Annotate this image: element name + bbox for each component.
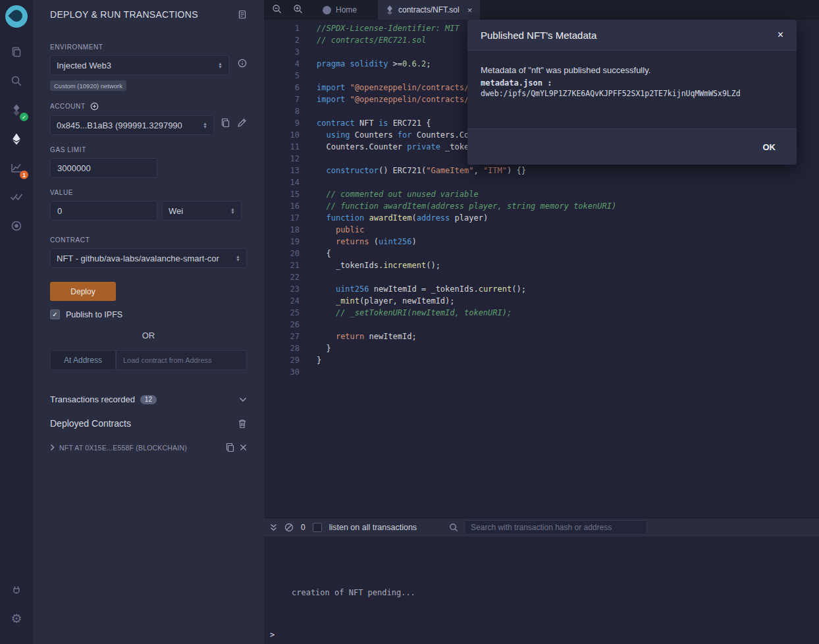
unit-testing-icon[interactable]	[7, 187, 26, 207]
value-label: VALUE	[50, 189, 247, 196]
remix-logo-icon[interactable]	[5, 5, 28, 28]
modal-title: Published NFT's Metadata	[481, 30, 596, 41]
zoom-out-icon[interactable]	[272, 4, 282, 16]
environment-label: ENVIRONMENT	[50, 43, 247, 51]
copy-account-icon[interactable]	[221, 118, 230, 128]
code-line: 21 _tokenIds.increment();	[264, 259, 819, 271]
notification-badge: 1	[20, 171, 28, 179]
code-line: 28 }	[264, 342, 819, 354]
at-address-input[interactable]	[116, 350, 247, 370]
network-badge: Custom (10920) network	[50, 80, 126, 91]
sign-message-icon[interactable]	[237, 118, 247, 128]
settings-gear-icon[interactable]: ⚙	[7, 608, 26, 628]
copy-contract-icon[interactable]	[225, 443, 235, 452]
analytics-icon[interactable]: 1	[7, 158, 26, 178]
contract-label: CONTRACT	[50, 236, 247, 244]
metadata-filename: metadata.json :	[481, 78, 783, 88]
gas-limit-label: GAS LIMIT	[50, 146, 247, 153]
remove-contract-icon[interactable]	[240, 444, 247, 451]
terminal-search-icon	[449, 523, 458, 532]
or-label: OR	[50, 331, 247, 340]
panel-title: DEPLOY & RUN TRANSACTIONS	[50, 9, 198, 20]
code-line: 19 returns (uint256)	[264, 236, 819, 248]
terminal-toolbar: 0 ✓ listen on all transactions	[264, 518, 819, 537]
code-line: 13 constructor() ERC721("GameItem", "ITM…	[264, 165, 819, 176]
select-arrows-icon: ▲▼	[230, 207, 235, 214]
ok-button[interactable]: OK	[759, 142, 780, 153]
terminal: 0 ✓ listen on all transactions creation …	[264, 518, 819, 644]
account-select[interactable]: 0x845...B1aB3 (999991.3297990 ▲▼	[50, 115, 214, 135]
trash-icon[interactable]	[238, 419, 247, 429]
code-line: 30	[264, 366, 819, 378]
code-line: 29}	[264, 354, 819, 366]
compile-success-badge: ✓	[20, 113, 28, 121]
environment-select[interactable]: Injected Web3 ▲▼	[50, 55, 229, 75]
published-metadata-modal: Published NFT's Metadata × Metadata of "…	[467, 20, 797, 165]
code-line: 26	[264, 319, 819, 331]
chevron-down-icon[interactable]	[239, 397, 247, 402]
publish-ipfs-checkbox[interactable]: ✓	[50, 309, 60, 319]
contract-select[interactable]: NFT - github/ava-labs/avalanche-smart-co…	[50, 248, 247, 268]
zoom-in-icon[interactable]	[293, 4, 303, 16]
tab-nft-sol[interactable]: contracts/NFT.sol ×	[378, 0, 480, 20]
gas-limit-input[interactable]	[50, 158, 157, 178]
file-explorer-icon[interactable]	[7, 42, 26, 62]
select-arrows-icon: ▲▼	[236, 255, 240, 261]
code-line: 24 _mint(player, newItemId);	[264, 295, 819, 307]
deployed-contract-item[interactable]: NFT AT 0X15E...E558F (BLOCKCHAIN)	[59, 444, 187, 452]
home-icon	[323, 6, 331, 14]
deploy-button[interactable]: Deploy	[50, 282, 116, 301]
ipfs-url: dweb:/ipfs/QmYL9P1Z7KE6AQvKJPFF52SX1p2TE…	[481, 89, 783, 98]
at-address-button[interactable]: At Address	[50, 350, 116, 370]
terminal-collapse-icon[interactable]	[270, 523, 277, 531]
scenario-docs-icon[interactable]	[238, 10, 247, 19]
terminal-output[interactable]: creation of NFT pending... >	[264, 537, 819, 644]
modal-close-icon[interactable]: ×	[778, 30, 783, 40]
code-line: 18 public	[264, 224, 819, 236]
deploy-run-icon[interactable]	[7, 129, 26, 149]
close-tab-icon[interactable]: ×	[467, 5, 473, 15]
select-arrows-icon: ▲▼	[203, 122, 207, 128]
terminal-prompt[interactable]: >	[270, 630, 275, 639]
plugin-manager-icon[interactable]	[7, 579, 26, 599]
code-line: 17 function awardItem(address player)	[264, 212, 819, 224]
deploy-run-panel: DEPLOY & RUN TRANSACTIONS ENVIRONMENT In…	[33, 0, 264, 644]
deployed-contracts-label: Deployed Contracts	[50, 418, 131, 429]
listen-transactions-checkbox[interactable]: ✓	[313, 523, 322, 532]
code-line: 14	[264, 176, 819, 188]
solidity-file-icon	[386, 5, 394, 14]
transactions-count-badge: 12	[140, 395, 157, 404]
icon-sidebar: ✓ 1 ⚙	[0, 0, 33, 644]
code-line: 20 {	[264, 248, 819, 259]
info-icon[interactable]	[238, 59, 247, 68]
code-line: 23 uint256 newItemId = _tokenIds.current…	[264, 283, 819, 295]
code-line: 15 // commented out unused variable	[264, 188, 819, 200]
code-line: 22	[264, 271, 819, 283]
clear-console-icon[interactable]	[284, 523, 294, 532]
code-line: 27 return newItemId;	[264, 331, 819, 342]
value-unit-select[interactable]: Wei ▲▼	[162, 201, 242, 221]
pending-tx-count: 0	[301, 523, 305, 532]
code-line: 25 // _setTokenURI(newItemId, tokenURI);	[264, 307, 819, 319]
modal-message: Metadata of "nft" was published successf…	[481, 65, 783, 75]
select-arrows-icon: ▲▼	[218, 62, 223, 68]
add-account-icon[interactable]	[90, 102, 99, 111]
account-label: ACCOUNT	[50, 102, 247, 111]
listen-transactions-label: listen on all transactions	[329, 523, 417, 532]
code-line: 16 // function awardItem(address player,…	[264, 200, 819, 212]
search-icon[interactable]	[7, 71, 26, 91]
solidity-compiler-icon[interactable]: ✓	[7, 100, 26, 120]
publish-ipfs-label: Publish to IPFS	[66, 310, 122, 319]
debugger-icon[interactable]	[7, 216, 26, 236]
tab-home[interactable]: Home	[315, 0, 365, 20]
terminal-search-input[interactable]	[464, 520, 647, 535]
chevron-right-icon[interactable]	[50, 444, 55, 451]
transactions-recorded-label: Transactions recorded	[50, 394, 135, 404]
tab-bar: Home contracts/NFT.sol ×	[264, 0, 819, 20]
terminal-log-line: creation of NFT pending...	[264, 537, 819, 597]
value-input[interactable]	[50, 201, 157, 221]
